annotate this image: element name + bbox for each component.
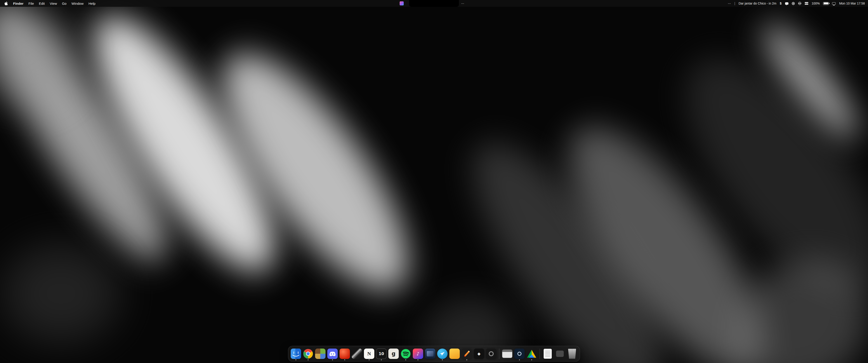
notion-dock-icon[interactable]: N (364, 348, 375, 360)
google-drive-dock-icon[interactable] (526, 348, 537, 360)
menu-bar-status-area: ⋯ | Dar jantar do Chico - in 2m $ 100% M… (728, 2, 865, 5)
screenshot-preview-icon (502, 350, 512, 358)
discord-icon (327, 349, 338, 359)
media-app-icon (425, 349, 435, 359)
running-indicator-dot (296, 359, 296, 360)
chat-icon[interactable] (785, 2, 788, 5)
downloads-stack-dock-icon[interactable] (555, 348, 565, 360)
menu-bar: Finder File Edit View Go Window Help ⋯ ⋯… (0, 0, 868, 7)
running-indicator-dot (405, 359, 406, 360)
menubar-overflow-icon[interactable]: ⋯ (461, 0, 464, 7)
granola-notes-dock-icon[interactable]: g (388, 348, 399, 360)
running-indicator-dot (381, 359, 382, 360)
media-app-detail (427, 351, 434, 357)
dollar-icon[interactable]: $ (780, 2, 782, 5)
running-indicator-dot (369, 359, 370, 360)
running-indicator-dot (308, 359, 309, 360)
reminder-menu-item[interactable]: Dar jantar do Chico - in 2m (739, 2, 776, 5)
calendar-day-icon: 10 (376, 349, 386, 359)
onepassword-icon (514, 349, 525, 359)
ring-app-dock-icon[interactable] (486, 348, 497, 360)
running-indicator-dot (417, 359, 418, 360)
media-app-dock-icon[interactable] (425, 348, 436, 360)
calendar-day-dock-icon[interactable]: 10 (376, 348, 387, 360)
music-app-icon: ♪ (413, 349, 423, 359)
running-indicator-dot (531, 359, 532, 360)
layers-app-icon (352, 349, 362, 359)
music-app-dock-icon[interactable]: ♪ (412, 348, 423, 360)
discord-dock-icon[interactable] (327, 348, 338, 360)
cursor-app-icon: ◆ (474, 349, 484, 359)
ring-app-detail (489, 351, 494, 356)
control-center-icon[interactable] (805, 2, 808, 5)
spotify-dock-icon[interactable] (400, 348, 411, 360)
running-indicator-dot (442, 359, 443, 360)
display-icon[interactable] (832, 2, 836, 5)
telegram-dock-icon[interactable] (437, 348, 448, 360)
red-app-icon (340, 349, 350, 359)
ring-app-icon (486, 349, 496, 359)
downloads-stack-icon (556, 351, 564, 357)
document-file-icon (544, 349, 552, 359)
telegram-icon (437, 349, 447, 359)
pencil-app-icon (462, 349, 472, 359)
menu-file[interactable]: File (26, 2, 36, 5)
red-app-dock-icon[interactable] (339, 348, 350, 360)
document-file-dock-icon[interactable] (542, 348, 553, 360)
onepassword-detail (518, 352, 522, 356)
cursor-app-dock-icon[interactable]: ◆ (473, 348, 485, 360)
menu-go[interactable]: Go (59, 2, 69, 5)
menu-bar-clock[interactable]: Mon 10 Mar 17:58 (839, 2, 865, 5)
yellow-app-dock-icon[interactable] (449, 348, 460, 360)
document-file-detail (545, 351, 550, 357)
dock: N10g♪◆ (288, 346, 580, 362)
telegram-detail (440, 352, 445, 356)
gear-icon[interactable] (792, 2, 795, 5)
chrome-dock-icon[interactable] (303, 348, 313, 360)
menu-edit[interactable]: Edit (36, 2, 47, 5)
layers-app-dock-icon[interactable] (351, 348, 362, 360)
running-indicator-dot (519, 359, 520, 360)
pencil-app-detail (464, 351, 470, 357)
finder-dock-icon[interactable] (290, 348, 301, 360)
menubar-app-icon[interactable] (400, 1, 404, 5)
menu-window[interactable]: Window (69, 2, 86, 5)
mosaic-app-icon (315, 349, 326, 359)
pencil-app-dock-icon[interactable] (461, 348, 472, 360)
trash-dock-icon[interactable] (567, 348, 578, 360)
active-app-menu[interactable]: Finder (11, 2, 26, 5)
finder-icon (291, 349, 301, 359)
mosaic-app-dock-icon[interactable] (315, 348, 326, 360)
trash-icon (567, 349, 577, 359)
desktop-wallpaper (0, 0, 868, 363)
screenshot-preview-dock-icon[interactable] (502, 348, 513, 360)
notion-icon: N (364, 349, 374, 359)
apple-menu-icon[interactable] (4, 1, 8, 6)
menu-view[interactable]: View (47, 2, 59, 5)
running-indicator-dot (344, 359, 345, 360)
battery-percent: 100% (812, 2, 820, 5)
dock-separator (539, 349, 540, 359)
camera-notch (409, 0, 459, 7)
yellow-app-icon (450, 349, 460, 359)
granola-notes-icon: g (388, 349, 399, 359)
running-indicator-dot (332, 359, 333, 360)
chrome-icon (303, 349, 313, 359)
dock-separator (499, 349, 499, 359)
running-indicator-dot (466, 359, 467, 360)
hidden-items-icon[interactable]: ⋯ (728, 2, 731, 5)
spotify-icon (401, 349, 411, 359)
battery-icon[interactable] (823, 2, 829, 5)
menu-help[interactable]: Help (86, 2, 98, 5)
google-drive-icon (527, 350, 536, 358)
desktop: Finder File Edit View Go Window Help ⋯ ⋯… (0, 0, 868, 363)
status-divider: | (735, 2, 735, 5)
globe-icon[interactable] (798, 2, 801, 5)
onepassword-dock-icon[interactable] (514, 348, 525, 360)
